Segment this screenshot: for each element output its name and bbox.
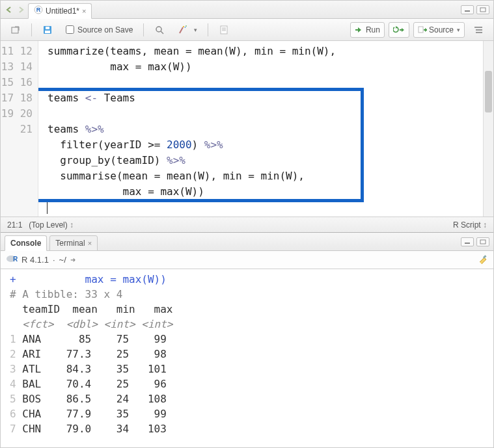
svg-rect-2 [465, 10, 470, 12]
close-icon[interactable]: × [88, 239, 92, 247]
source-on-save-checkbox[interactable] [66, 25, 74, 34]
show-in-new-window-button[interactable] [6, 22, 25, 38]
table-row: 3 ATL 84.3 35 101 [10, 363, 167, 375]
console-prev-plus: + [10, 273, 22, 285]
editor-scrollbar[interactable] [483, 41, 493, 217]
close-icon[interactable]: × [82, 7, 86, 15]
pane-window-buttons [461, 5, 489, 14]
code-line: filter(yearID >= 2000) %>% [48, 138, 223, 151]
scope-selector[interactable]: (Top Level) [29, 220, 74, 230]
tab-terminal[interactable]: Terminal × [49, 235, 98, 251]
code-tools-button[interactable]: ▾ [173, 22, 202, 38]
code-line: summarise(mean = mean(W), min = min(W), [48, 170, 305, 182]
language-selector[interactable]: R Script [453, 220, 487, 230]
save-button[interactable] [38, 22, 57, 38]
svg-text:R: R [36, 7, 41, 13]
toolbar-separator [208, 23, 208, 36]
source-on-save-toggle[interactable]: Source on Save [61, 22, 137, 38]
svg-rect-7 [45, 31, 50, 33]
nav-fwd-icon[interactable] [16, 5, 25, 14]
svg-point-11 [185, 27, 186, 28]
scrollbar-thumb[interactable] [485, 71, 492, 112]
source-tab-bar: R Untitled1* × [1, 1, 493, 19]
code-line: group_by(teamID) %>% [48, 154, 185, 166]
rerun-button[interactable] [389, 22, 409, 38]
line-number-gutter: 11 12 13 14 15 16 17 18 19 20 21 [1, 41, 38, 217]
minimize-pane-button[interactable] [461, 237, 474, 246]
find-button[interactable] [150, 22, 169, 38]
tab-untitled1[interactable]: R Untitled1* × [28, 3, 92, 19]
chevron-down-icon: ▾ [194, 27, 197, 33]
editor[interactable]: 11 12 13 14 15 16 17 18 19 20 21 summari… [1, 41, 493, 217]
svg-rect-22 [480, 240, 486, 244]
pane-window-buttons [461, 237, 489, 246]
code-line: teams <- Teams [48, 92, 135, 104]
tab-label: Untitled1* [46, 7, 79, 16]
table-row: 4 BAL 70.4 25 96 [10, 378, 167, 390]
r-logo-icon: R [6, 254, 18, 265]
svg-point-10 [183, 26, 184, 27]
toolbar-separator [143, 23, 144, 36]
editor-status-bar: 21:1 (Top Level) R Script [1, 217, 493, 232]
working-dir: ~/ [59, 255, 66, 265]
code-line: max = max(W)) [48, 185, 204, 198]
tibble-header: # A tibble: 33 x 4 [10, 288, 122, 300]
clear-console-icon[interactable] [478, 254, 488, 266]
tibble-col-types: <fct> <dbl> <int> <int> [10, 318, 172, 330]
console-path-bar: R R 4.1.1 · ~/ ➜ [1, 251, 493, 269]
source-toolbar: Source on Save ▾ Run Source ▾ [1, 19, 493, 41]
maximize-pane-button[interactable] [476, 237, 489, 246]
path-separator: · [53, 255, 55, 265]
svg-rect-6 [46, 27, 49, 29]
svg-rect-17 [419, 27, 423, 33]
svg-rect-4 [12, 27, 18, 33]
svg-rect-13 [221, 26, 227, 34]
svg-point-8 [156, 27, 161, 32]
svg-rect-3 [480, 8, 486, 12]
console-tab-bar: Console Terminal × [1, 233, 493, 251]
tab-label: Console [10, 239, 41, 248]
table-row: 5 BOS 86.5 24 108 [10, 393, 167, 405]
table-row: 7 CHN 79.0 34 103 [10, 423, 167, 435]
console-truncated: max = max(W)) [22, 273, 167, 285]
run-label: Run [366, 25, 380, 34]
path-go-icon[interactable]: ➜ [70, 256, 75, 263]
svg-rect-21 [465, 243, 470, 244]
svg-line-9 [161, 31, 163, 34]
tab-label: Terminal [55, 239, 85, 248]
table-row: 6 CHA 77.9 35 99 [10, 408, 167, 420]
code-line: summarize(teams, mean = mean(W), min = m… [48, 45, 336, 57]
console-pane: Console Terminal × R R 4.1.1 · ~/ ➜ + ma… [1, 233, 493, 447]
source-pane: R Untitled1* × Source on Save ▾ [1, 1, 493, 233]
source-on-save-label: Source on Save [77, 25, 133, 34]
tab-console[interactable]: Console [5, 235, 47, 251]
source-button[interactable]: Source ▾ [413, 22, 465, 38]
cursor-position: 21:1 [7, 220, 22, 230]
r-version-label: R 4.1.1 [21, 255, 49, 265]
outline-button[interactable] [469, 22, 488, 38]
nav-back-icon[interactable] [5, 5, 14, 14]
r-file-icon: R [34, 5, 43, 16]
tibble-col-header: teamID mean min max [10, 303, 172, 315]
run-button[interactable]: Run [350, 22, 385, 38]
minimize-pane-button[interactable] [461, 5, 474, 14]
table-row: 2 ARI 77.3 25 98 [10, 348, 167, 360]
console-output[interactable]: + max = max(W)) # A tibble: 33 x 4 teamI… [1, 269, 493, 447]
toolbar-separator [31, 23, 32, 36]
maximize-pane-button[interactable] [476, 5, 489, 14]
chevron-down-icon: ▾ [457, 27, 460, 33]
table-row: 1 ANA 85 75 99 [10, 333, 167, 345]
compile-report-button[interactable] [214, 22, 234, 38]
svg-text:R: R [13, 256, 18, 263]
code-line: teams %>% [48, 123, 104, 135]
source-btn-label: Source [429, 25, 454, 34]
code-line: max = max(W)) [48, 60, 192, 73]
text-cursor [47, 202, 48, 214]
code-area[interactable]: summarize(teams, mean = mean(W), min = m… [38, 41, 483, 217]
svg-point-12 [185, 25, 187, 27]
